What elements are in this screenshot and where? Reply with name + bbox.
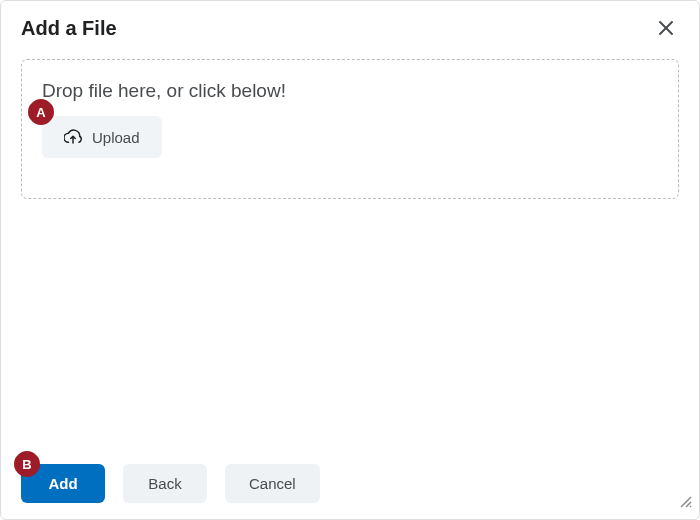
dialog-title: Add a File — [21, 17, 117, 40]
dialog-footer: Add Back Cancel — [1, 448, 699, 519]
svg-line-2 — [681, 497, 691, 507]
close-button[interactable] — [653, 15, 679, 41]
annotation-marker-a: A — [28, 99, 54, 125]
dialog-content: Drop file here, or click below! Upload — [1, 49, 699, 209]
resize-icon — [679, 495, 693, 509]
close-icon — [657, 19, 675, 37]
upload-button-label: Upload — [92, 129, 140, 146]
upload-button[interactable]: Upload — [42, 116, 162, 158]
dialog-header: Add a File — [1, 1, 699, 49]
svg-line-4 — [690, 506, 691, 507]
file-dropzone[interactable]: Drop file here, or click below! Upload — [21, 59, 679, 199]
back-button[interactable]: Back — [123, 464, 207, 503]
dropzone-instruction: Drop file here, or click below! — [42, 80, 658, 102]
upload-icon — [64, 128, 82, 146]
cancel-button[interactable]: Cancel — [225, 464, 320, 503]
resize-handle[interactable] — [679, 495, 693, 513]
